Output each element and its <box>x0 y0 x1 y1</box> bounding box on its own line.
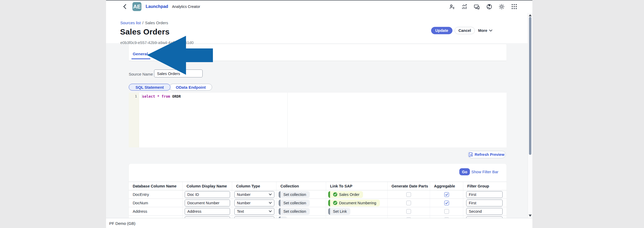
app-logo[interactable]: AE <box>132 2 141 11</box>
checkmark-icon <box>445 201 448 205</box>
button-accent <box>279 208 280 215</box>
set-collection-button[interactable]: Set collection <box>279 208 310 215</box>
column-type-cell: Number <box>232 190 276 199</box>
page-header: Sources list/Sales Orders Sales Orders e… <box>106 13 532 43</box>
aggregable-cell <box>430 199 463 207</box>
more-button[interactable]: More <box>477 27 493 34</box>
table-row: DocEntryNumberSet collectionSales Order <box>129 190 507 199</box>
breadcrumb-sources-list-link[interactable]: Sources list <box>120 21 141 25</box>
devices-icon[interactable] <box>474 4 480 10</box>
filter-group-cell <box>463 190 507 199</box>
column-header-4: Collection <box>276 182 326 190</box>
display-name-cell <box>183 199 232 207</box>
date-parts-cell <box>388 190 430 199</box>
table-toolbar: Go Show Filter Bar <box>129 164 507 182</box>
sap-link-badge[interactable]: Sales Order <box>328 191 363 198</box>
aggregable-checkbox[interactable] <box>444 201 449 205</box>
brightness-icon[interactable] <box>499 4 505 10</box>
status-bar: PF Demo (GB) <box>106 218 532 228</box>
tab-general[interactable]: General <box>133 52 148 56</box>
aggregable-cell <box>430 190 463 199</box>
source-name-input[interactable] <box>154 70 203 77</box>
column-header-7: Aggregable <box>430 182 463 190</box>
generate-date-parts-checkbox[interactable] <box>406 201 411 205</box>
display-name-cell <box>183 207 232 215</box>
go-button[interactable]: Go <box>459 168 470 175</box>
db-column-name-cell: Address <box>129 207 183 215</box>
display-name-input[interactable] <box>185 200 230 206</box>
user-list-icon[interactable] <box>449 4 455 10</box>
sap-link-badge[interactable]: Document Numbering <box>328 200 380 206</box>
set-link-button[interactable]: Set Link <box>328 208 350 215</box>
sql-token: * <box>157 94 159 98</box>
vertical-scrollbar[interactable] <box>528 13 532 218</box>
filter-group-input[interactable] <box>466 200 503 206</box>
column-type-select[interactable]: Number <box>234 191 274 198</box>
display-name-input[interactable] <box>185 191 230 198</box>
table-row: AddressTextSet collectionSet Link <box>129 207 507 216</box>
collection-cell: Set collection <box>276 199 326 207</box>
scrollbar-down-arrow[interactable] <box>529 215 532 217</box>
sql-editor[interactable]: 1 select * from ORDR <box>129 93 287 147</box>
scrollbar-thumb[interactable] <box>529 17 531 155</box>
launchpad-title[interactable]: Launchpad <box>146 4 168 9</box>
filter-group-cell <box>463 207 507 215</box>
link-to-sap-cell <box>326 216 388 218</box>
chevron-left-icon <box>123 4 126 9</box>
page-title: Sales Orders <box>120 27 170 36</box>
display-name-input[interactable] <box>185 208 230 215</box>
sql-statement-toggle[interactable]: SQL Statement <box>129 84 170 91</box>
filter-group-cell <box>463 216 507 218</box>
update-button[interactable]: Update <box>431 27 452 34</box>
sql-token: ORDR <box>172 94 181 98</box>
column-type-select[interactable]: Number <box>234 200 274 206</box>
set-collection-button[interactable]: Set collection <box>279 200 310 206</box>
app-window: AE Launchpad Analytics Creator <box>106 0 532 228</box>
sql-token <box>155 94 157 98</box>
sql-token: select <box>142 94 155 98</box>
column-header-3: Column Type <box>232 182 276 190</box>
link-label: Document Numbering <box>339 201 376 205</box>
top-bar: AE Launchpad Analytics Creator <box>106 1 532 13</box>
globe-icon[interactable] <box>486 4 492 10</box>
tab-strip: General <box>129 44 507 61</box>
set-collection-button[interactable]: Set collection <box>279 191 310 198</box>
column-type-value: Text <box>237 209 244 214</box>
button-accent <box>328 200 330 206</box>
refresh-preview-button[interactable]: Refresh Preview <box>468 151 506 158</box>
odata-endpoint-toggle[interactable]: OData Endpoint <box>169 84 212 91</box>
column-type-cell: Text <box>232 207 276 215</box>
generate-date-parts-checkbox[interactable] <box>406 209 411 214</box>
column-header-6: Generate Date Parts <box>388 182 430 190</box>
set-collection-label: Set collection <box>283 192 306 197</box>
columns-table-card: Go Show Filter Bar Database Column NameC… <box>129 164 507 218</box>
filter-group-input[interactable] <box>466 208 503 215</box>
set-collection-label: Set collection <box>283 209 306 214</box>
sql-token: from <box>161 94 170 98</box>
filter-group-input[interactable] <box>466 191 503 198</box>
aggregable-cell <box>430 216 463 218</box>
aggregable-checkbox[interactable] <box>444 192 449 197</box>
column-type-value: Number <box>237 201 251 205</box>
preview-document-icon <box>469 152 473 157</box>
topbar-icon-group <box>449 1 517 13</box>
back-button[interactable] <box>121 3 128 10</box>
filter-group-cell <box>463 199 507 207</box>
tab-general-underline <box>131 58 150 59</box>
aggregable-checkbox[interactable] <box>444 209 449 214</box>
screen: AE Launchpad Analytics Creator <box>0 0 644 228</box>
button-accent <box>328 191 330 198</box>
generate-date-parts-checkbox[interactable] <box>406 192 411 197</box>
analytics-icon[interactable] <box>461 4 468 10</box>
scrollbar-up-arrow[interactable] <box>529 14 532 16</box>
success-check-icon <box>333 201 337 205</box>
cancel-button[interactable]: Cancel <box>455 27 475 34</box>
column-type-select[interactable]: Text <box>234 208 274 215</box>
link-label: Set Link <box>333 209 347 214</box>
show-filter-bar-link[interactable]: Show Filter Bar <box>471 170 498 174</box>
columns-table-body: DocEntryNumberSet collectionSales OrderD… <box>129 190 507 218</box>
status-bar-text: PF Demo (GB) <box>109 221 135 226</box>
button-accent <box>328 208 330 215</box>
date-parts-cell <box>388 216 430 218</box>
app-grid-icon[interactable] <box>511 4 517 10</box>
